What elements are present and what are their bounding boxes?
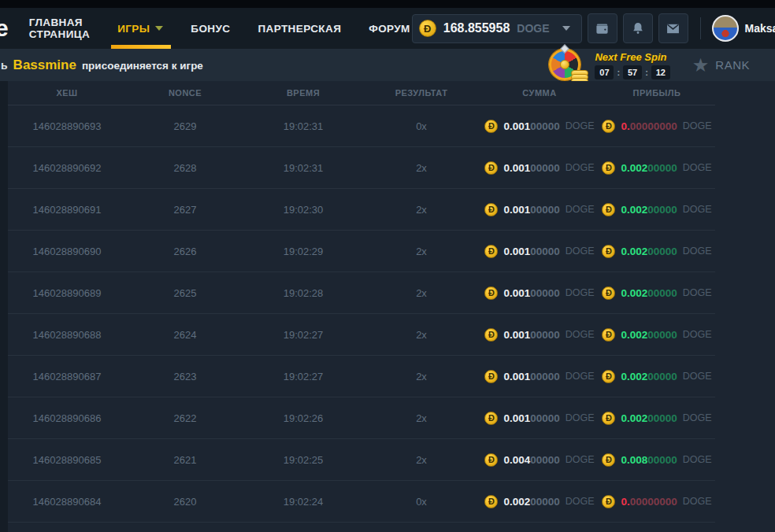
timer-minutes: 57 bbox=[623, 65, 642, 79]
balance-amount: 168.855958 bbox=[443, 21, 510, 35]
ticker-player-name: Bassmine bbox=[13, 57, 76, 73]
doge-coin-icon: Đ bbox=[602, 245, 615, 258]
ticker-message: ь Bassmine присоединяется к игре bbox=[1, 57, 203, 73]
cell-time: 19:02:31 bbox=[244, 120, 362, 132]
header-nonce: NONCE bbox=[126, 88, 244, 98]
bet-history-table: ХЕШ NONCE ВРЕМЯ РЕЗУЛЬТАТ СУММА ПРИБЫЛЬ … bbox=[8, 81, 715, 523]
cell-bet-amount: Đ 0.00100000 DOGE bbox=[480, 245, 599, 258]
top-edge-strip bbox=[0, 0, 775, 8]
doge-coin-icon: Đ bbox=[484, 120, 498, 133]
cell-profit: Đ 0.00200000 DOGE bbox=[599, 203, 715, 216]
doge-coin-icon: Đ bbox=[419, 20, 436, 37]
left-edge-strip bbox=[0, 81, 8, 532]
nav-item-home[interactable]: ГЛАВНАЯ СТРАНИЦА bbox=[28, 8, 91, 49]
cell-nonce: 2626 bbox=[126, 246, 244, 257]
cell-time: 19:02:27 bbox=[244, 329, 362, 341]
timer-hours: 07 bbox=[595, 65, 614, 79]
star-icon: ★ bbox=[692, 56, 710, 75]
cell-bet-amount: Đ 0.00100000 DOGE bbox=[480, 161, 599, 175]
navbar-right: Đ 168.855958 DOGE MaksatM bbox=[412, 13, 775, 43]
doge-coin-icon: Đ bbox=[484, 161, 498, 175]
cell-hash: 146028890686 bbox=[8, 412, 126, 424]
spin-wheel-icon bbox=[549, 48, 588, 83]
table-header-row: ХЕШ NONCE ВРЕМЯ РЕЗУЛЬТАТ СУММА ПРИБЫЛЬ bbox=[8, 81, 715, 105]
cell-hash: 146028890684 bbox=[8, 496, 126, 508]
cell-result: 2x bbox=[362, 162, 480, 174]
cell-hash: 146028890693 bbox=[8, 120, 126, 132]
cell-result: 2x bbox=[362, 454, 480, 466]
cell-hash: 146028890687 bbox=[8, 371, 126, 382]
cell-hash: 146028890688 bbox=[8, 329, 126, 341]
cell-profit: Đ 0.00200000 DOGE bbox=[599, 161, 715, 175]
cell-hash: 146028890685 bbox=[8, 454, 126, 466]
cell-time: 19:02:27 bbox=[244, 371, 362, 382]
cell-nonce: 2625 bbox=[126, 287, 244, 299]
doge-coin-icon: Đ bbox=[602, 161, 615, 175]
bet-history-section: ХЕШ NONCE ВРЕМЯ РЕЗУЛЬТАТ СУММА ПРИБЫЛЬ … bbox=[0, 81, 775, 532]
nav-item-affiliate[interactable]: ПАРТНЕРСКАЯ bbox=[256, 8, 343, 49]
activity-ticker-bar: ь Bassmine присоединяется к игре Next Fr… bbox=[0, 49, 775, 81]
cell-profit: Đ 0.00000000 DOGE bbox=[599, 495, 715, 508]
cell-nonce: 2628 bbox=[126, 162, 244, 174]
cell-result: 2x bbox=[362, 204, 480, 216]
cell-nonce: 2620 bbox=[126, 496, 244, 508]
header-time: ВРЕМЯ bbox=[244, 88, 362, 98]
cell-bet-amount: Đ 0.00100000 DOGE bbox=[480, 203, 599, 216]
nav-item-games[interactable]: ИГРЫ bbox=[116, 8, 165, 49]
nav-item-forum[interactable]: ФОРУМ bbox=[367, 8, 412, 49]
messages-button[interactable] bbox=[658, 13, 688, 43]
doge-coin-icon: Đ bbox=[484, 286, 498, 300]
rank-label: RANK bbox=[715, 58, 750, 72]
chevron-down-icon bbox=[562, 26, 570, 31]
nav-item-bonus[interactable]: БОНУС bbox=[189, 8, 232, 49]
cell-hash: 146028890689 bbox=[8, 287, 126, 299]
cell-profit: Đ 0.00800000 DOGE bbox=[599, 453, 715, 467]
ticker-action-text: присоединяется к игре bbox=[82, 60, 203, 72]
site-logo[interactable]: e bbox=[0, 17, 9, 40]
doge-coin-icon: Đ bbox=[602, 495, 615, 508]
doge-coin-icon: Đ bbox=[484, 453, 498, 467]
bell-icon bbox=[630, 20, 646, 36]
cell-bet-amount: Đ 0.00100000 DOGE bbox=[480, 286, 599, 300]
doge-coin-icon: Đ bbox=[602, 412, 615, 425]
cell-result: 2x bbox=[362, 329, 480, 341]
cell-time: 19:02:28 bbox=[244, 287, 362, 299]
cell-nonce: 2623 bbox=[126, 371, 244, 382]
cell-bet-amount: Đ 0.00100000 DOGE bbox=[480, 120, 599, 133]
cell-time: 19:02:30 bbox=[244, 204, 362, 216]
table-row: 146028890684 2620 19:02:24 0x Đ 0.002000… bbox=[8, 481, 715, 523]
cell-bet-amount: Đ 0.00100000 DOGE bbox=[480, 412, 599, 425]
header-profit: ПРИБЫЛЬ bbox=[599, 88, 715, 98]
cell-profit: Đ 0.00200000 DOGE bbox=[599, 286, 715, 300]
doge-coin-icon: Đ bbox=[602, 328, 615, 342]
table-row: 146028890689 2625 19:02:28 2x Đ 0.001000… bbox=[8, 272, 715, 314]
cell-result: 2x bbox=[362, 287, 480, 299]
balance-dropdown[interactable]: Đ 168.855958 DOGE bbox=[412, 14, 582, 43]
cell-nonce: 2622 bbox=[126, 412, 244, 424]
header-amount: СУММА bbox=[480, 88, 599, 98]
cell-nonce: 2627 bbox=[126, 204, 244, 216]
table-body: 146028890693 2629 19:02:31 0x Đ 0.001000… bbox=[8, 105, 715, 523]
cell-profit: Đ 0.00200000 DOGE bbox=[599, 412, 715, 425]
cell-result: 0x bbox=[362, 496, 480, 508]
doge-coin-icon: Đ bbox=[602, 286, 615, 300]
user-avatar[interactable] bbox=[712, 15, 739, 42]
main-navbar: e ГЛАВНАЯ СТРАНИЦА ИГРЫ БОНУС ПАРТНЕРСКА… bbox=[0, 8, 775, 49]
notifications-button[interactable] bbox=[623, 13, 653, 43]
cell-nonce: 2621 bbox=[126, 454, 244, 466]
table-row: 146028890690 2626 19:02:29 2x Đ 0.001000… bbox=[8, 231, 715, 272]
navbar-divider bbox=[700, 17, 701, 39]
cell-bet-amount: Đ 0.00200000 DOGE bbox=[480, 495, 599, 508]
free-spin-timer: 07 : 57 : 12 bbox=[595, 65, 669, 79]
ticker-prefix: ь bbox=[1, 59, 8, 72]
rank-widget[interactable]: ★ RANK bbox=[692, 56, 750, 75]
table-row: 146028890686 2622 19:02:26 2x Đ 0.001000… bbox=[8, 397, 715, 439]
doge-coin-icon: Đ bbox=[484, 495, 498, 508]
chevron-down-icon bbox=[155, 26, 163, 31]
cell-profit: Đ 0.00000000 DOGE bbox=[599, 120, 715, 133]
table-row: 146028890692 2628 19:02:31 2x Đ 0.001000… bbox=[8, 147, 715, 189]
nav-menu: ГЛАВНАЯ СТРАНИЦА ИГРЫ БОНУС ПАРТНЕРСКАЯ … bbox=[28, 8, 412, 49]
username[interactable]: MaksatM bbox=[745, 22, 775, 35]
free-spin-widget[interactable]: Next Free Spin 07 : 57 : 12 bbox=[549, 48, 669, 83]
wallet-button[interactable] bbox=[588, 13, 617, 43]
